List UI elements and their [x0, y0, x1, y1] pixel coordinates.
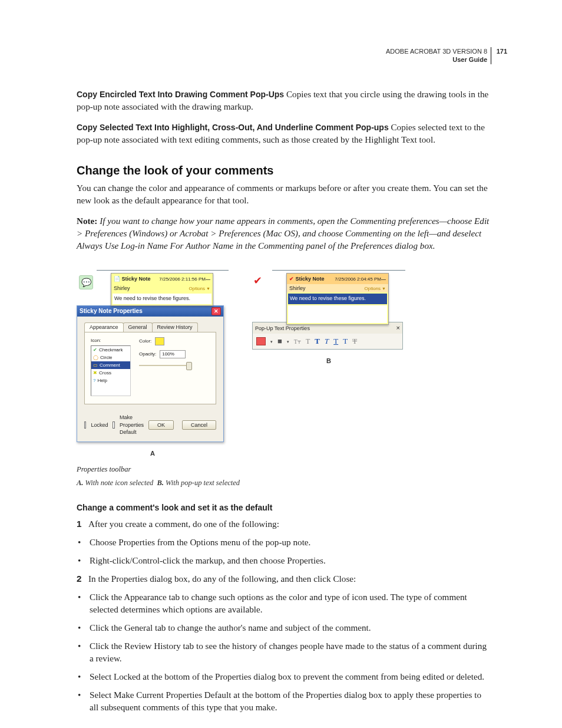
dialog-title: Sticky Note Properties: [80, 307, 143, 315]
note-title: Sticky Note: [122, 275, 151, 282]
font-picker[interactable]: ■: [277, 336, 282, 347]
bold-icon[interactable]: T: [315, 336, 320, 347]
step2-bullet-5: Select Make Current Properties Default a…: [90, 689, 491, 714]
figure-a-label: A: [77, 449, 229, 458]
size-small-icon[interactable]: Tᴛ: [294, 338, 301, 346]
product-name: ADOBE ACROBAT 3D VERSION 8: [386, 48, 487, 55]
superscript-icon[interactable]: T: [343, 336, 348, 347]
icon-listbox[interactable]: ✔Checkmark ◯Circle ▭Comment ✖Cross ?Help…: [91, 345, 131, 396]
figure-caption-title: Properties toolbar: [77, 465, 491, 475]
figures-row: 💬 📄 Sticky Note 7/25/2006 2:11:56 PM— Sh…: [77, 261, 491, 458]
intro-para: You can change the color and appearance …: [77, 182, 491, 207]
step2-bullet-4: Select Locked at the bottom of the Prope…: [90, 671, 484, 683]
opacity-input[interactable]: 100%: [160, 350, 186, 358]
ok-button[interactable]: OK: [148, 420, 174, 430]
figure-b: ✔ ✔ Sticky Note 7/25/2006 2:04:45 PM— Sh…: [252, 261, 405, 365]
horizontal-ruler: [97, 261, 229, 271]
note-label: Note:: [77, 216, 97, 226]
popup-text-properties-toolbar: Pop-Up Text Properties × ▾ ■▾ Tᴛ T T T T…: [252, 322, 403, 350]
tab-appearance[interactable]: Appearance: [84, 322, 124, 331]
tab-general[interactable]: General: [123, 322, 153, 331]
cancel-button[interactable]: Cancel: [182, 420, 216, 430]
running-header: ADOBE ACROBAT 3D VERSION 8 User Guide 17…: [386, 47, 491, 64]
close-icon[interactable]: ✕: [211, 307, 221, 315]
figure-b-label: B: [252, 357, 405, 365]
figure-caption: A. With note icon selected B. With pop-u…: [77, 478, 491, 488]
tab-review-history[interactable]: Review History: [152, 322, 198, 331]
opacity-slider[interactable]: [139, 363, 192, 368]
step1-bullet-2: Right-click/Control-click the markup, an…: [90, 555, 326, 567]
sticky-note-popup-b: ✔ Sticky Note 7/25/2006 2:04:45 PM— Shir…: [286, 273, 389, 325]
para-copy-selected: Copy Selected Text Into Highlight, Cross…: [77, 121, 491, 146]
step-2: In the Properties dialog box, do any of …: [88, 573, 356, 585]
page-number: 171: [497, 47, 507, 55]
note-body-text[interactable]: We need to revise these figures.: [113, 294, 211, 304]
color-label: Color:: [139, 338, 151, 344]
note-title-b: Sticky Note: [296, 275, 325, 282]
note-body-selected[interactable]: We need to revise these figures.: [288, 294, 387, 304]
subheading: Change a comment's look and set it as th…: [77, 502, 491, 513]
italic-icon[interactable]: T: [325, 336, 329, 347]
size-large-icon[interactable]: T: [306, 337, 310, 347]
runin-2: Copy Selected Text Into Highlight, Cross…: [77, 123, 389, 132]
color-swatch[interactable]: [155, 337, 164, 345]
step2-bullet-1: Click the Appearance tab to change such …: [90, 591, 491, 616]
underline-icon[interactable]: T: [333, 336, 338, 347]
default-label: Make Properties Default: [120, 414, 144, 436]
step2-bullet-3: Click the Review History tab to see the …: [90, 640, 491, 665]
default-checkbox[interactable]: [113, 421, 114, 429]
runin-1: Copy Encircled Text Into Drawing Comment…: [77, 90, 284, 99]
scrollbar-vertical[interactable]: ▴▾: [130, 346, 131, 396]
step-1: After you create a comment, do one of th…: [88, 518, 279, 531]
locked-checkbox[interactable]: [84, 421, 86, 429]
options-menu[interactable]: Options▼: [189, 285, 210, 292]
note-date: 7/25/2006 2:11:56 PM: [159, 276, 206, 282]
opacity-label: Opacity:: [139, 351, 156, 357]
section-heading: Change the look of your comments: [77, 163, 491, 179]
note-author-b: Shirley: [289, 285, 306, 292]
figure-a: 💬 📄 Sticky Note 7/25/2006 2:11:56 PM— Sh…: [77, 261, 229, 458]
sticky-note-popup-a: 📄 Sticky Note 7/25/2006 2:11:56 PM— Shir…: [111, 273, 213, 306]
icon-label: Icon:: [91, 337, 131, 344]
toolbar-close-icon[interactable]: ×: [396, 324, 400, 332]
scrollbar-horizontal[interactable]: ◂▸: [91, 396, 131, 396]
step1-bullet-1: Choose Properties from the Options menu …: [90, 536, 310, 549]
note-body: If you want to change how your name appe…: [77, 216, 489, 251]
note-date-b: 7/25/2006 2:04:45 PM: [335, 276, 381, 282]
properties-dialog: Sticky Note Properties ✕ Appearance Gene…: [77, 305, 224, 442]
text-color-swatch[interactable]: [256, 337, 266, 345]
horizontal-ruler-b: [272, 261, 405, 271]
para-copy-encircled: Copy Encircled Text Into Drawing Comment…: [77, 88, 491, 113]
note-para: Note: If you want to change how your nam…: [77, 215, 491, 252]
options-menu-b[interactable]: Options▼: [364, 285, 386, 292]
locked-label: Locked: [91, 421, 108, 429]
note-author: Shirley: [114, 285, 130, 292]
step2-bullet-2: Click the General tab to change the auth…: [90, 622, 371, 634]
toolbar-title: Pop-Up Text Properties: [255, 325, 310, 332]
strikethrough-icon[interactable]: T: [352, 336, 357, 347]
guide-label: User Guide: [452, 56, 487, 63]
